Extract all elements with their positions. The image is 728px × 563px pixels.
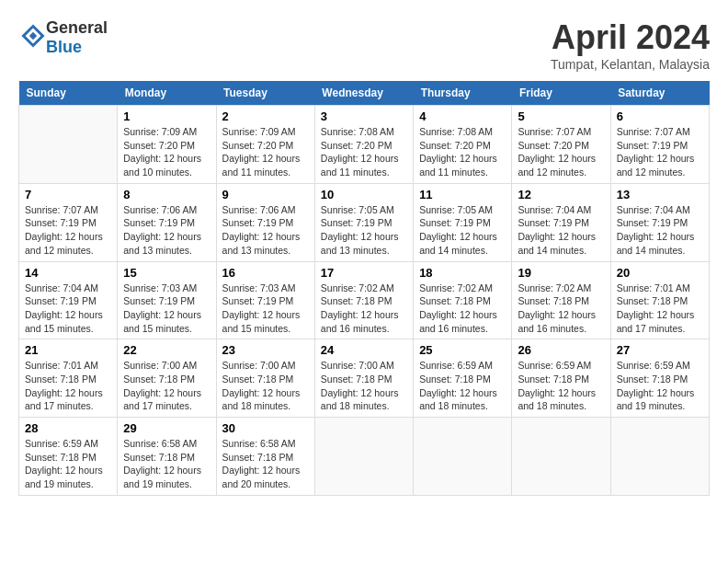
day-number: 11 <box>419 188 506 201</box>
day-info: Sunrise: 6:59 AM Sunset: 7:18 PM Dayligh… <box>419 359 506 413</box>
day-number: 8 <box>123 188 210 201</box>
day-number: 19 <box>518 266 604 280</box>
calendar-cell: 11Sunrise: 7:05 AM Sunset: 7:19 PM Dayli… <box>414 183 512 261</box>
calendar-cell: 18Sunrise: 7:02 AM Sunset: 7:18 PM Dayli… <box>414 261 512 339</box>
day-number: 30 <box>222 421 309 435</box>
calendar-cell: 1Sunrise: 7:09 AM Sunset: 7:20 PM Daylig… <box>118 106 216 184</box>
weekday-header-monday: Monday <box>118 81 216 106</box>
calendar-cell: 26Sunrise: 6:59 AM Sunset: 7:18 PM Dayli… <box>512 339 610 418</box>
calendar-cell: 29Sunrise: 6:58 AM Sunset: 7:18 PM Dayli… <box>118 418 216 496</box>
day-info: Sunrise: 7:07 AM Sunset: 7:19 PM Dayligh… <box>25 203 111 258</box>
day-number: 16 <box>222 266 309 280</box>
title-area: April 2024 Tumpat, Kelantan, Malaysia <box>551 18 710 72</box>
calendar-cell: 10Sunrise: 7:05 AM Sunset: 7:19 PM Dayli… <box>314 183 413 261</box>
logo-icon <box>20 23 46 49</box>
calendar-cell: 5Sunrise: 7:07 AM Sunset: 7:20 PM Daylig… <box>512 106 610 184</box>
calendar-cell: 20Sunrise: 7:01 AM Sunset: 7:18 PM Dayli… <box>610 261 709 339</box>
day-number: 25 <box>419 343 506 357</box>
day-info: Sunrise: 7:04 AM Sunset: 7:19 PM Dayligh… <box>617 203 703 258</box>
calendar-cell: 12Sunrise: 7:04 AM Sunset: 7:19 PM Dayli… <box>512 183 610 261</box>
day-number: 18 <box>419 266 506 280</box>
location-title: Tumpat, Kelantan, Malaysia <box>551 57 710 72</box>
weekday-header-wednesday: Wednesday <box>314 81 413 106</box>
day-info: Sunrise: 7:05 AM Sunset: 7:19 PM Dayligh… <box>419 203 506 258</box>
day-number: 7 <box>25 188 111 201</box>
calendar-cell: 17Sunrise: 7:02 AM Sunset: 7:18 PM Dayli… <box>314 261 413 339</box>
calendar-week-row: 21Sunrise: 7:01 AM Sunset: 7:18 PM Dayli… <box>19 339 710 418</box>
calendar-cell <box>314 418 413 496</box>
day-number: 9 <box>222 188 309 201</box>
calendar-cell: 9Sunrise: 7:06 AM Sunset: 7:19 PM Daylig… <box>216 183 314 261</box>
day-info: Sunrise: 7:01 AM Sunset: 7:18 PM Dayligh… <box>617 282 703 336</box>
calendar-week-row: 1Sunrise: 7:09 AM Sunset: 7:20 PM Daylig… <box>19 106 710 184</box>
weekday-header-friday: Friday <box>512 81 610 106</box>
day-number: 20 <box>617 266 703 280</box>
day-number: 4 <box>419 109 506 123</box>
calendar-cell: 24Sunrise: 7:00 AM Sunset: 7:18 PM Dayli… <box>314 339 413 418</box>
calendar-cell: 3Sunrise: 7:08 AM Sunset: 7:20 PM Daylig… <box>314 106 413 184</box>
calendar-cell <box>610 418 709 496</box>
day-info: Sunrise: 7:00 AM Sunset: 7:18 PM Dayligh… <box>123 359 210 413</box>
calendar-cell: 13Sunrise: 7:04 AM Sunset: 7:19 PM Dayli… <box>610 183 709 261</box>
day-number: 10 <box>321 188 407 201</box>
day-info: Sunrise: 6:59 AM Sunset: 7:18 PM Dayligh… <box>617 359 703 413</box>
day-info: Sunrise: 7:00 AM Sunset: 7:18 PM Dayligh… <box>321 359 407 413</box>
calendar-cell: 21Sunrise: 7:01 AM Sunset: 7:18 PM Dayli… <box>19 339 118 418</box>
logo: General Blue <box>18 18 108 57</box>
day-info: Sunrise: 7:05 AM Sunset: 7:19 PM Dayligh… <box>321 203 407 258</box>
day-number: 21 <box>25 343 111 357</box>
calendar-cell <box>414 418 512 496</box>
calendar-cell: 6Sunrise: 7:07 AM Sunset: 7:19 PM Daylig… <box>610 106 709 184</box>
day-info: Sunrise: 7:06 AM Sunset: 7:19 PM Dayligh… <box>222 203 309 258</box>
day-info: Sunrise: 7:03 AM Sunset: 7:19 PM Dayligh… <box>123 282 210 336</box>
calendar-cell <box>19 106 118 184</box>
day-info: Sunrise: 7:02 AM Sunset: 7:18 PM Dayligh… <box>321 282 407 336</box>
day-number: 28 <box>25 421 111 435</box>
day-number: 6 <box>617 109 703 123</box>
day-number: 5 <box>518 109 604 123</box>
logo-blue: Blue <box>46 38 82 56</box>
day-info: Sunrise: 6:58 AM Sunset: 7:18 PM Dayligh… <box>123 437 210 491</box>
calendar-cell: 30Sunrise: 6:58 AM Sunset: 7:18 PM Dayli… <box>216 418 314 496</box>
day-info: Sunrise: 7:04 AM Sunset: 7:19 PM Dayligh… <box>25 282 111 336</box>
weekday-header-thursday: Thursday <box>414 81 512 106</box>
day-info: Sunrise: 6:59 AM Sunset: 7:18 PM Dayligh… <box>25 437 111 491</box>
day-number: 2 <box>222 109 309 123</box>
calendar-cell <box>512 418 610 496</box>
day-number: 26 <box>518 343 604 357</box>
day-info: Sunrise: 7:07 AM Sunset: 7:20 PM Dayligh… <box>518 125 604 179</box>
day-info: Sunrise: 7:06 AM Sunset: 7:19 PM Dayligh… <box>123 203 210 258</box>
day-info: Sunrise: 7:08 AM Sunset: 7:20 PM Dayligh… <box>321 125 407 179</box>
calendar-week-row: 14Sunrise: 7:04 AM Sunset: 7:19 PM Dayli… <box>19 261 710 339</box>
day-info: Sunrise: 7:09 AM Sunset: 7:20 PM Dayligh… <box>123 125 210 179</box>
calendar-week-row: 28Sunrise: 6:59 AM Sunset: 7:18 PM Dayli… <box>19 418 710 496</box>
calendar-cell: 16Sunrise: 7:03 AM Sunset: 7:19 PM Dayli… <box>216 261 314 339</box>
calendar-cell: 8Sunrise: 7:06 AM Sunset: 7:19 PM Daylig… <box>118 183 216 261</box>
day-info: Sunrise: 7:02 AM Sunset: 7:18 PM Dayligh… <box>518 282 604 336</box>
day-number: 24 <box>321 343 407 357</box>
calendar-cell: 25Sunrise: 6:59 AM Sunset: 7:18 PM Dayli… <box>414 339 512 418</box>
day-info: Sunrise: 6:58 AM Sunset: 7:18 PM Dayligh… <box>222 437 309 491</box>
day-info: Sunrise: 7:02 AM Sunset: 7:18 PM Dayligh… <box>419 282 506 336</box>
day-number: 3 <box>321 109 407 123</box>
day-number: 13 <box>617 188 703 201</box>
calendar-cell: 7Sunrise: 7:07 AM Sunset: 7:19 PM Daylig… <box>19 183 118 261</box>
calendar-cell: 23Sunrise: 7:00 AM Sunset: 7:18 PM Dayli… <box>216 339 314 418</box>
calendar-cell: 2Sunrise: 7:09 AM Sunset: 7:20 PM Daylig… <box>216 106 314 184</box>
calendar-cell: 4Sunrise: 7:08 AM Sunset: 7:20 PM Daylig… <box>414 106 512 184</box>
weekday-header-row: SundayMondayTuesdayWednesdayThursdayFrid… <box>19 81 710 106</box>
calendar-cell: 28Sunrise: 6:59 AM Sunset: 7:18 PM Dayli… <box>19 418 118 496</box>
calendar-week-row: 7Sunrise: 7:07 AM Sunset: 7:19 PM Daylig… <box>19 183 710 261</box>
calendar-table: SundayMondayTuesdayWednesdayThursdayFrid… <box>18 81 710 496</box>
day-info: Sunrise: 7:00 AM Sunset: 7:18 PM Dayligh… <box>222 359 309 413</box>
weekday-header-saturday: Saturday <box>610 81 709 106</box>
day-info: Sunrise: 6:59 AM Sunset: 7:18 PM Dayligh… <box>518 359 604 413</box>
day-number: 29 <box>123 421 210 435</box>
day-number: 14 <box>25 266 111 280</box>
day-number: 12 <box>518 188 604 201</box>
day-number: 15 <box>123 266 210 280</box>
day-info: Sunrise: 7:04 AM Sunset: 7:19 PM Dayligh… <box>518 203 604 258</box>
day-number: 22 <box>123 343 210 357</box>
day-info: Sunrise: 7:08 AM Sunset: 7:20 PM Dayligh… <box>419 125 506 179</box>
day-info: Sunrise: 7:07 AM Sunset: 7:19 PM Dayligh… <box>617 125 703 179</box>
